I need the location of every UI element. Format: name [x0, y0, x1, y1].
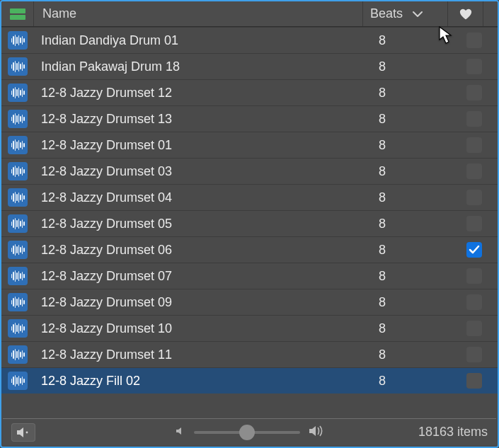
favorite-cell — [457, 190, 492, 205]
favorite-checkbox[interactable] — [466, 163, 482, 179]
table-row[interactable]: 12-8 Jazzy Drumset 098 — [1, 289, 498, 315]
favorite-cell — [457, 216, 492, 231]
loop-name: 12-8 Jazzy Drumset 10 — [34, 321, 372, 336]
rows-icon — [10, 8, 25, 20]
audio-loop-icon — [8, 188, 28, 207]
loop-type-cell — [1, 293, 34, 311]
audio-loop-icon — [8, 31, 28, 50]
loop-beats: 8 — [372, 59, 457, 74]
table-row[interactable]: 12-8 Jazzy Drumset 108 — [1, 315, 498, 341]
favorite-checkbox[interactable] — [466, 216, 482, 231]
favorite-cell — [457, 163, 492, 179]
favorite-checkbox[interactable] — [466, 294, 482, 310]
loop-list[interactable]: Indian Dandiya Drum 018Indian Pakawaj Dr… — [1, 27, 498, 420]
svg-point-0 — [26, 431, 28, 433]
loop-beats: 8 — [372, 295, 457, 310]
speaker-min-icon — [176, 426, 185, 439]
favorite-checkbox[interactable] — [466, 111, 482, 127]
table-row[interactable]: 12-8 Jazzy Drumset 118 — [1, 341, 498, 367]
loop-beats: 8 — [372, 374, 457, 389]
audio-loop-icon — [8, 136, 28, 154]
column-header-name-label: Name — [42, 6, 76, 21]
loop-beats: 8 — [372, 164, 457, 179]
speaker-max-icon — [309, 425, 324, 440]
favorite-checkbox[interactable] — [466, 347, 482, 362]
header-spacer — [483, 1, 498, 26]
favorite-cell — [457, 59, 492, 74]
table-row[interactable]: 12-8 Jazzy Drumset 078 — [1, 263, 498, 289]
favorite-checkbox[interactable] — [466, 321, 482, 336]
table-row[interactable]: 12-8 Jazzy Drumset 068 — [1, 236, 498, 263]
favorite-cell — [457, 294, 492, 310]
loop-type-cell — [1, 31, 34, 50]
table-row[interactable]: 12-8 Jazzy Fill 028 — [1, 367, 498, 394]
loop-name: Indian Dandiya Drum 01 — [34, 33, 372, 48]
column-header-name[interactable]: Name — [34, 1, 363, 26]
favorite-checkbox[interactable] — [466, 85, 482, 100]
favorite-cell — [457, 111, 492, 127]
favorite-cell — [457, 85, 492, 100]
favorite-cell — [457, 242, 492, 258]
view-toggle-button[interactable] — [1, 1, 34, 26]
loop-name: 12-8 Jazzy Drumset 06 — [34, 243, 372, 258]
loop-name: 12-8 Jazzy Drumset 12 — [34, 86, 372, 100]
loop-type-cell — [1, 319, 34, 338]
column-header-beats[interactable]: Beats — [363, 1, 448, 26]
table-row[interactable]: Indian Dandiya Drum 018 — [1, 27, 498, 53]
audio-loop-icon — [8, 162, 28, 180]
audio-loop-icon — [8, 57, 28, 76]
table-row[interactable]: Indian Pakawaj Drum 188 — [1, 53, 498, 79]
speaker-icon — [16, 427, 30, 438]
loop-type-cell — [1, 162, 34, 180]
chevron-down-icon — [413, 11, 423, 18]
loop-name: 12-8 Jazzy Drumset 07 — [34, 269, 372, 284]
footer-bar: 18163 items — [3, 418, 496, 445]
favorite-checkbox[interactable] — [466, 33, 482, 48]
audio-loop-icon — [8, 319, 28, 338]
loop-beats: 8 — [372, 33, 457, 48]
volume-slider[interactable] — [194, 431, 300, 434]
audio-loop-icon — [8, 293, 28, 311]
table-row[interactable]: 12-8 Jazzy Drumset 048 — [1, 184, 498, 210]
favorite-checkbox[interactable] — [466, 242, 482, 258]
audio-loop-icon — [8, 84, 28, 102]
loop-name: 12-8 Jazzy Drumset 13 — [34, 112, 372, 127]
favorite-checkbox[interactable] — [466, 137, 482, 153]
table-row[interactable]: 12-8 Jazzy Drumset 038 — [1, 158, 498, 184]
audio-loop-icon — [8, 372, 28, 390]
favorite-checkbox[interactable] — [466, 190, 482, 205]
loop-type-cell — [1, 241, 34, 259]
loop-type-cell — [1, 110, 34, 128]
loop-type-cell — [1, 214, 34, 233]
table-row[interactable]: 12-8 Jazzy Drumset 128 — [1, 79, 498, 105]
audio-loop-icon — [8, 110, 28, 128]
audio-loop-icon — [8, 214, 28, 233]
loop-name: 12-8 Jazzy Fill 02 — [34, 374, 372, 389]
volume-control — [176, 425, 324, 440]
favorite-cell — [457, 137, 492, 153]
loop-beats: 8 — [372, 321, 457, 336]
favorite-cell — [457, 321, 492, 336]
loop-name: Indian Pakawaj Drum 18 — [34, 59, 372, 74]
column-header-row: Name Beats — [1, 1, 498, 27]
favorite-checkbox[interactable] — [466, 373, 482, 389]
preview-button[interactable] — [11, 423, 35, 442]
column-header-beats-label: Beats — [370, 6, 403, 21]
loop-name: 12-8 Jazzy Drumset 03 — [34, 164, 372, 179]
column-header-favorite[interactable] — [448, 1, 483, 26]
loop-name: 12-8 Jazzy Drumset 04 — [34, 190, 372, 205]
table-row[interactable]: 12-8 Jazzy Drumset 058 — [1, 210, 498, 236]
favorite-checkbox[interactable] — [466, 59, 482, 74]
audio-loop-icon — [8, 267, 28, 285]
table-row[interactable]: 12-8 Jazzy Drumset 138 — [1, 105, 498, 132]
favorite-checkbox[interactable] — [466, 268, 482, 284]
favorite-cell — [457, 373, 492, 389]
loop-beats: 8 — [372, 348, 457, 362]
loop-type-cell — [1, 372, 34, 390]
loop-type-cell — [1, 345, 34, 364]
favorite-cell — [457, 347, 492, 362]
volume-thumb[interactable] — [239, 425, 255, 440]
table-row[interactable]: 12-8 Jazzy Drumset 018 — [1, 132, 498, 158]
loop-beats: 8 — [372, 138, 457, 153]
loop-name: 12-8 Jazzy Drumset 05 — [34, 217, 372, 231]
